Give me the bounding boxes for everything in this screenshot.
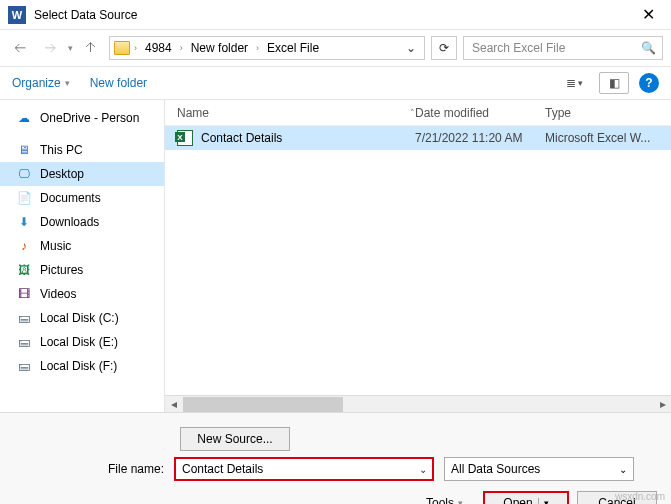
path-seg-excelfile[interactable]: Excel File	[263, 39, 323, 57]
filter-label: All Data Sources	[451, 462, 540, 476]
sidebar-item-label: Documents	[40, 191, 101, 205]
help-button[interactable]: ?	[639, 73, 659, 93]
disk-icon: 🖴	[16, 334, 32, 350]
downloads-icon: ⬇	[16, 214, 32, 230]
file-type: Microsoft Excel W...	[545, 131, 671, 145]
path-dropdown-icon[interactable]: ⌄	[402, 41, 420, 55]
sidebar-item-disk-e[interactable]: 🖴 Local Disk (E:)	[0, 330, 164, 354]
open-split-icon[interactable]: ▾	[538, 498, 549, 504]
sidebar-item-disk-f[interactable]: 🖴 Local Disk (F:)	[0, 354, 164, 378]
sidebar-item-documents[interactable]: 📄 Documents	[0, 186, 164, 210]
search-input[interactable]	[470, 40, 635, 56]
chevron-down-icon: ⌄	[619, 464, 627, 475]
chevron-down-icon: ▾	[65, 78, 70, 88]
sidebar-item-downloads[interactable]: ⬇ Downloads	[0, 210, 164, 234]
new-folder-label: New folder	[90, 76, 147, 90]
pc-icon: 🖥	[16, 142, 32, 158]
word-app-icon: W	[8, 6, 26, 24]
chevron-right-icon[interactable]: ›	[180, 43, 183, 53]
forward-button: 🡢	[38, 36, 62, 60]
file-date: 7/21/2022 11:20 AM	[415, 131, 545, 145]
back-button[interactable]: 🡠	[8, 36, 32, 60]
new-source-button[interactable]: New Source...	[180, 427, 290, 451]
search-icon[interactable]: 🔍	[641, 41, 656, 55]
sidebar: ☁ OneDrive - Person 🖥 This PC 🖵 Desktop …	[0, 100, 165, 412]
desktop-icon: 🖵	[16, 166, 32, 182]
chevron-right-icon[interactable]: ›	[134, 43, 137, 53]
sidebar-item-pictures[interactable]: 🖼 Pictures	[0, 258, 164, 282]
file-name-combobox[interactable]: ⌄	[174, 457, 434, 481]
history-dropdown-icon[interactable]: ▾	[68, 43, 73, 53]
sidebar-item-disk-c[interactable]: 🖴 Local Disk (C:)	[0, 306, 164, 330]
column-date[interactable]: Date modified	[415, 106, 545, 120]
column-headers[interactable]: Name ˄ Date modified Type	[165, 100, 671, 126]
path-seg-newfolder[interactable]: New folder	[187, 39, 252, 57]
view-mode-button[interactable]: ≣ ▾	[559, 72, 589, 94]
breadcrumb[interactable]: › 4984 › New folder › Excel File ⌄	[109, 36, 425, 60]
organize-label: Organize	[12, 76, 61, 90]
sidebar-item-label: Local Disk (C:)	[40, 311, 119, 325]
sidebar-item-label: Videos	[40, 287, 76, 301]
sidebar-item-label: Downloads	[40, 215, 99, 229]
file-list: Name ˄ Date modified Type Contact Detail…	[165, 100, 671, 412]
body-area: ☁ OneDrive - Person 🖥 This PC 🖵 Desktop …	[0, 100, 671, 412]
column-name[interactable]: Name ˄	[165, 106, 415, 120]
music-icon: ♪	[16, 238, 32, 254]
sidebar-item-desktop[interactable]: 🖵 Desktop	[0, 162, 164, 186]
up-button[interactable]: 🡡	[79, 36, 103, 60]
search-box[interactable]: 🔍	[463, 36, 663, 60]
file-name-input[interactable]	[176, 462, 414, 476]
excel-file-icon	[177, 130, 193, 146]
horizontal-scrollbar[interactable]: ◂ ▸	[165, 395, 671, 412]
open-button[interactable]: Open ▾	[483, 491, 569, 504]
toolbar: Organize ▾ New folder ≣ ▾ ◧ ?	[0, 66, 671, 100]
preview-pane-button[interactable]: ◧	[599, 72, 629, 94]
tools-label: Tools	[426, 496, 454, 504]
disk-icon: 🖴	[16, 310, 32, 326]
chevron-right-icon[interactable]: ›	[256, 43, 259, 53]
chevron-down-icon: ▾	[458, 498, 463, 504]
scroll-right-icon[interactable]: ▸	[654, 396, 671, 413]
sidebar-item-music[interactable]: ♪ Music	[0, 234, 164, 258]
sidebar-item-label: Local Disk (F:)	[40, 359, 117, 373]
file-type-filter[interactable]: All Data Sources ⌄	[444, 457, 634, 481]
chevron-down-icon[interactable]: ⌄	[414, 464, 432, 475]
sidebar-item-label: This PC	[40, 143, 83, 157]
scroll-thumb[interactable]	[183, 397, 343, 412]
file-name-label: File name:	[14, 462, 164, 476]
nav-bar: 🡠 🡢 ▾ 🡡 › 4984 › New folder › Excel File…	[0, 30, 671, 66]
open-label: Open	[503, 496, 532, 504]
videos-icon: 🎞	[16, 286, 32, 302]
dialog-title: Select Data Source	[34, 8, 634, 22]
path-seg-4984[interactable]: 4984	[141, 39, 176, 57]
documents-icon: 📄	[16, 190, 32, 206]
organize-menu[interactable]: Organize ▾	[12, 76, 70, 90]
new-folder-button[interactable]: New folder	[90, 76, 147, 90]
sidebar-item-label: Pictures	[40, 263, 83, 277]
sidebar-item-thispc[interactable]: 🖥 This PC	[0, 138, 164, 162]
sidebar-item-label: OneDrive - Person	[40, 111, 139, 125]
sidebar-item-label: Local Disk (E:)	[40, 335, 118, 349]
column-type[interactable]: Type	[545, 106, 671, 120]
sidebar-item-label: Desktop	[40, 167, 84, 181]
folder-icon	[114, 41, 130, 55]
disk-icon: 🖴	[16, 358, 32, 374]
file-row[interactable]: Contact Details 7/21/2022 11:20 AM Micro…	[165, 126, 671, 150]
scroll-left-icon[interactable]: ◂	[165, 396, 182, 413]
refresh-button[interactable]: ⟳	[431, 36, 457, 60]
column-label: Name	[177, 106, 209, 120]
title-bar: W Select Data Source ✕	[0, 0, 671, 30]
sidebar-item-videos[interactable]: 🎞 Videos	[0, 282, 164, 306]
onedrive-icon: ☁	[16, 110, 32, 126]
close-icon[interactable]: ✕	[634, 1, 663, 28]
tools-menu[interactable]: Tools ▾	[426, 496, 463, 504]
sidebar-item-onedrive[interactable]: ☁ OneDrive - Person	[0, 106, 164, 130]
file-name: Contact Details	[201, 131, 282, 145]
pictures-icon: 🖼	[16, 262, 32, 278]
watermark: wsxdn.com	[615, 491, 665, 502]
sidebar-item-label: Music	[40, 239, 71, 253]
footer: New Source... File name: ⌄ All Data Sour…	[0, 412, 671, 504]
